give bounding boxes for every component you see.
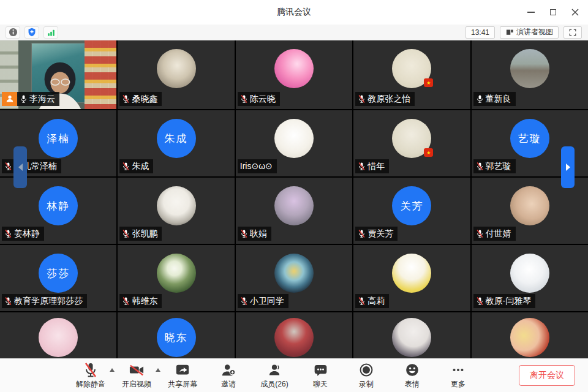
camera-off-options-caret[interactable] <box>156 368 160 372</box>
security-button[interactable] <box>24 26 39 39</box>
chat-icon <box>313 362 328 379</box>
maximize-icon <box>550 9 556 15</box>
participant-tile[interactable]: ★教原张之怡 <box>353 40 470 109</box>
toolbar-item-camera-off[interactable]: 开启视频 <box>121 362 153 390</box>
participant-name: 桑晓鑫 <box>132 94 157 105</box>
mic-muted-icon <box>476 162 484 171</box>
avatar-text: 莎莎 <box>47 266 70 281</box>
mic-muted-options-caret[interactable] <box>110 368 115 372</box>
nameplate-text: 付世婧 <box>473 227 516 241</box>
record-icon <box>359 362 374 379</box>
participant-tile[interactable] <box>472 312 588 358</box>
participant-name: 韩维东 <box>132 296 157 307</box>
participant-tile[interactable]: 晓东 <box>118 312 234 358</box>
network-signal-button[interactable] <box>43 26 58 39</box>
mic-muted-icon <box>122 296 130 306</box>
nameplate: 桑晓鑫 <box>119 92 162 107</box>
toolbar-item-mic-muted[interactable]: 解除静音 <box>75 362 107 390</box>
nameplate-text: 陈云晓 <box>238 92 280 107</box>
avatar-photo <box>39 318 78 357</box>
toolbar-item-more[interactable]: 更多 <box>442 362 474 390</box>
toolbar-item-label: 录制 <box>359 379 374 390</box>
avatar-photo <box>510 186 549 225</box>
window-title: 腾讯会议 <box>277 7 311 18</box>
toolbar: 解除静音开启视频共享屏幕邀请成员(26)聊天录制表情更多离开会议 <box>0 358 588 392</box>
toolbar-item-label: 成员(26) <box>260 379 288 390</box>
nameplate: 高莉 <box>355 294 389 309</box>
mic-muted-icon <box>358 296 366 306</box>
previous-page-button[interactable] <box>13 146 27 188</box>
toolbar-item-invite[interactable]: 邀请 <box>213 362 244 390</box>
participant-tile[interactable] <box>0 312 116 358</box>
maximize-button[interactable] <box>546 6 560 19</box>
toolbar-item-chat[interactable]: 聊天 <box>304 362 336 390</box>
participant-tile[interactable]: 关芳贾关芳 <box>353 178 470 244</box>
participant-tile[interactable]: 朱成朱成 <box>118 110 234 176</box>
toolbar-item-emoji[interactable]: 表情 <box>396 362 428 390</box>
mic-muted-icon <box>358 162 366 171</box>
view-mode-label: 演讲者视图 <box>516 27 553 37</box>
participant-name: 教原-闫雅琴 <box>486 296 532 307</box>
close-button[interactable] <box>568 6 582 19</box>
participant-tile[interactable]: 张凯鹏 <box>118 178 234 244</box>
nameplate-text: 惜年 <box>355 159 389 174</box>
participant-tile[interactable]: ★惜年 <box>353 110 470 176</box>
toolbar-item-members[interactable]: 成员(26) <box>258 362 290 390</box>
toolbar-item-label: 邀请 <box>221 379 236 390</box>
toolbar-item-share-screen[interactable]: 共享屏幕 <box>167 362 198 390</box>
invite-icon <box>221 362 236 379</box>
nameplate-text: 耿娟 <box>238 227 271 241</box>
camera-off-icon <box>128 362 145 379</box>
view-mode-button[interactable]: 演讲者视图 <box>500 26 559 39</box>
next-page-button[interactable] <box>561 146 575 188</box>
avatar-text: 艺璇 <box>518 132 541 146</box>
leave-meeting-button[interactable]: 离开会议 <box>519 365 575 386</box>
host-badge <box>2 92 17 107</box>
mic-muted-icon <box>240 229 248 238</box>
participant-tile[interactable]: 高莉 <box>353 245 470 311</box>
meeting-info-button[interactable] <box>6 26 20 39</box>
mic-muted-icon <box>122 229 130 238</box>
participant-tile[interactable]: 桑晓鑫 <box>118 40 234 109</box>
fullscreen-button[interactable] <box>564 26 582 39</box>
participant-tile[interactable]: 陈云晓 <box>236 40 352 109</box>
statusbar-left <box>6 26 58 39</box>
participant-tile[interactable]: 耿娟 <box>236 178 352 244</box>
participant-tile[interactable]: Iris⊙ω⊙ <box>236 110 352 176</box>
statusbar-right: 13:41 演讲者视图 <box>466 26 582 39</box>
nameplate: 郭艺璇 <box>473 159 516 174</box>
participant-tile[interactable] <box>236 312 352 358</box>
more-icon <box>450 362 466 379</box>
participant-tile[interactable]: 董新良 <box>472 40 588 109</box>
participant-tile[interactable] <box>353 312 470 358</box>
mic-muted-icon <box>83 362 98 379</box>
avatar-photo <box>274 186 314 225</box>
nameplate-text: 韩维东 <box>119 294 162 309</box>
avatar-photo <box>392 254 431 293</box>
participant-name: 教育学原理郭莎莎 <box>14 296 83 307</box>
nameplate-text: 张凯鹏 <box>119 227 162 241</box>
participant-tile[interactable]: 小卫同学 <box>236 245 352 311</box>
participant-tile[interactable]: 教原-闫雅琴 <box>472 245 588 311</box>
participant-tile[interactable]: 莎莎教育学原理郭莎莎 <box>0 245 116 311</box>
nameplate: 小卫同学 <box>238 294 288 309</box>
video-grid: 李海云桑晓鑫陈云晓★教原张之怡董新良泽楠少儿常泽楠朱成朱成Iris⊙ω⊙★惜年艺… <box>0 40 588 358</box>
participant-name: Iris⊙ω⊙ <box>240 161 273 172</box>
nameplate-text: 朱成 <box>119 159 153 174</box>
participant-tile[interactable]: 李海云 <box>0 40 116 109</box>
toolbar-item-label: 开启视频 <box>122 379 151 390</box>
speaker-view-icon <box>505 28 514 37</box>
toolbar-item-label: 共享屏幕 <box>168 379 197 390</box>
avatar-initials: 林静 <box>39 186 78 225</box>
time-text: 13:41 <box>471 28 489 37</box>
nameplate: 教原张之怡 <box>355 92 415 107</box>
avatar-text: 朱成 <box>165 132 188 146</box>
nameplate-text: 小卫同学 <box>238 294 288 309</box>
nameplate-text: 姜林静 <box>2 227 44 241</box>
mic-on-icon <box>476 94 484 104</box>
participant-tile[interactable]: 韩维东 <box>118 245 234 311</box>
emoji-icon <box>405 362 420 379</box>
toolbar-item-record[interactable]: 录制 <box>350 362 382 390</box>
minimize-button[interactable] <box>524 6 538 19</box>
avatar-photo <box>274 49 314 88</box>
